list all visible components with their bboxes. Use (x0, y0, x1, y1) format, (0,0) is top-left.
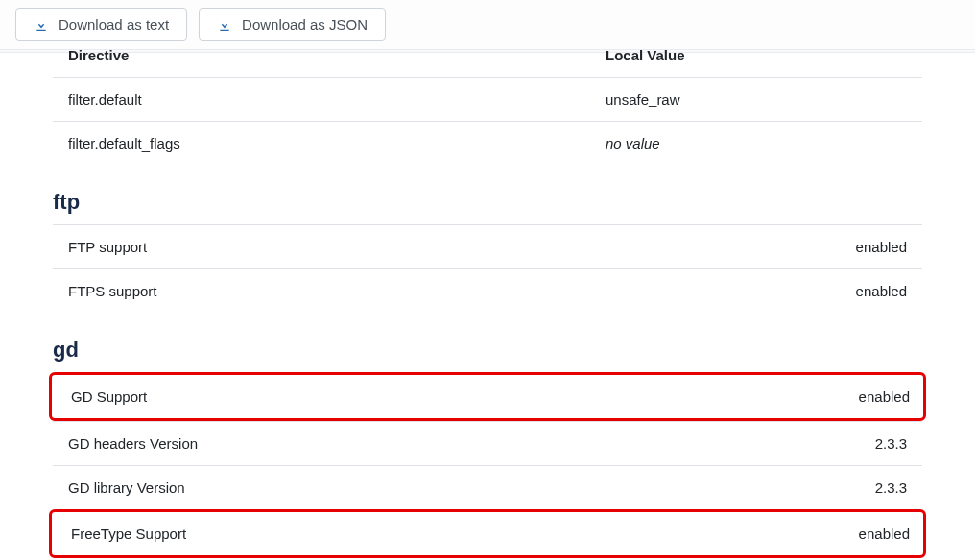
table-row: filter.default unsafe_raw (53, 77, 922, 121)
table-row: GD library Version 2.3.3 (53, 465, 922, 509)
table-row: FTPS support enabled (53, 268, 922, 313)
highlight-box-gd-support: GD Support enabled (49, 372, 926, 421)
row-value: 2.3.3 (875, 435, 907, 452)
download-text-button[interactable]: Download as text (15, 8, 187, 41)
table-row: FTP support enabled (53, 224, 922, 268)
download-icon (217, 17, 232, 33)
row-key: FTP support (68, 239, 856, 255)
table-row: filter.default_flags no value (53, 121, 922, 165)
highlight-box-freetype-support: FreeType Support enabled (49, 509, 926, 558)
table-header-row: Directive Local Value (53, 47, 922, 77)
download-json-label: Download as JSON (242, 16, 368, 33)
toolbar: Download as text Download as JSON (0, 0, 975, 50)
download-json-button[interactable]: Download as JSON (199, 8, 386, 41)
section-title-ftp: ftp (53, 190, 922, 215)
row-value: enabled (859, 388, 910, 405)
row-value: enabled (856, 239, 907, 255)
header-local-value: Local Value (606, 47, 907, 63)
table-row: GD headers Version 2.3.3 (53, 421, 922, 465)
content-area: Directive Local Value filter.default uns… (0, 52, 975, 560)
row-value: 2.3.3 (875, 479, 907, 496)
row-key: FTPS support (68, 283, 856, 299)
row-key: GD headers Version (68, 435, 875, 452)
section-title-gd: gd (53, 338, 922, 362)
row-value: unsafe_raw (606, 91, 907, 107)
row-key: filter.default (68, 91, 606, 107)
row-key: FreeType Support (71, 525, 859, 542)
table-row: FreeType Support enabled (52, 512, 923, 555)
table-row: GD Support enabled (52, 375, 923, 418)
header-directive: Directive (68, 47, 606, 63)
row-key: GD Support (71, 388, 859, 405)
download-icon (34, 17, 49, 33)
row-value: enabled (859, 525, 910, 542)
row-value: no value (606, 135, 907, 152)
row-value: enabled (856, 283, 907, 299)
row-key: filter.default_flags (68, 135, 606, 152)
download-text-label: Download as text (59, 16, 169, 33)
row-key: GD library Version (68, 479, 875, 496)
